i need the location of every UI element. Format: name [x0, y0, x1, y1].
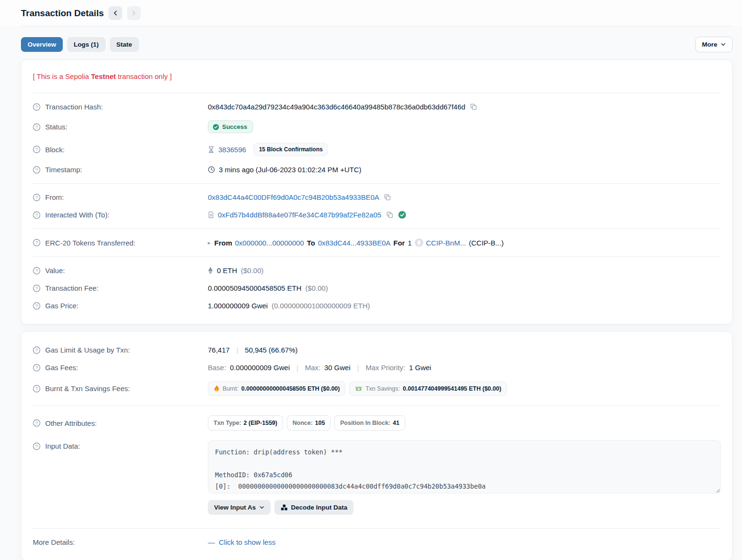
decode-input-data-button[interactable]: Decode Input Data — [274, 500, 354, 515]
block-number-link[interactable]: 3836596 — [218, 146, 246, 154]
txn-type-value: 2 (EIP-1559) — [244, 420, 277, 426]
testnet-warning-highlight: Testnet — [91, 72, 116, 80]
eth-diamond-icon — [208, 267, 213, 274]
from-row: ? From: 0x83dC44a4C00DFf69d0A0c7c94B20b5… — [33, 188, 721, 206]
from-label: From: — [45, 193, 64, 201]
svg-text:?: ? — [35, 212, 38, 217]
transaction-hash-label-group: ? Transaction Hash: — [33, 103, 208, 111]
help-icon[interactable]: ? — [33, 239, 40, 246]
svg-text:?: ? — [35, 167, 38, 172]
copy-to-address-button[interactable] — [385, 211, 394, 218]
tab-state[interactable]: State — [110, 37, 139, 52]
txn-savings-value: 0.001477404999541495 ETH ($0.00) — [403, 385, 501, 392]
hourglass-icon — [208, 146, 215, 153]
svg-text:?: ? — [35, 386, 38, 391]
help-icon[interactable]: ? — [33, 267, 40, 275]
to-address-link[interactable]: 0xFd57b4ddBf88a4e07fF4e34C487b99af2Fe82a… — [218, 211, 381, 219]
chevron-down-icon — [721, 42, 726, 47]
status-badge-text: Success — [222, 123, 247, 130]
help-icon[interactable]: ? — [33, 103, 40, 111]
help-icon[interactable]: ? — [33, 166, 40, 174]
other-attributes-label-group: ? Other Attributes: — [33, 419, 208, 427]
gas-limit-label: Gas Limit & Usage by Txn: — [45, 346, 130, 354]
svg-text:?: ? — [35, 124, 38, 129]
help-icon[interactable]: ? — [33, 211, 40, 219]
chevron-right-icon — [131, 10, 137, 16]
help-icon[interactable]: ? — [33, 123, 40, 131]
separator: | — [293, 364, 301, 372]
transfer-from-word: From — [215, 239, 233, 247]
gas-limit-label-group: ? Gas Limit & Usage by Txn: — [33, 346, 208, 354]
divider — [33, 528, 721, 529]
page-body: Overview Logs (1) State More [ This is a… — [0, 37, 742, 560]
position-in-block-badge: Position In Block: 41 — [334, 415, 405, 431]
svg-text:?: ? — [35, 285, 38, 291]
transfer-to-address-link[interactable]: 0x83dC44...4933BE0A — [318, 239, 391, 247]
help-icon[interactable]: ? — [33, 302, 40, 310]
view-input-as-button[interactable]: View Input As — [208, 500, 271, 515]
help-icon[interactable]: ? — [33, 346, 40, 354]
help-icon[interactable]: ? — [33, 146, 40, 153]
block-label-group: ? Block: — [33, 146, 208, 154]
max-priority-fee-value: 1 Gwei — [409, 364, 431, 372]
input-data-textarea[interactable]: Function: drip(address token) *** Method… — [208, 440, 721, 493]
help-icon[interactable]: ? — [33, 442, 40, 450]
transaction-hash-label: Transaction Hash: — [45, 103, 103, 111]
transaction-overview-card: [ This is a Sepolia Testnet transaction … — [21, 59, 732, 324]
value-label-group: ? Value: — [33, 266, 208, 275]
gas-price-eth: (0.000000001000000009 ETH) — [272, 302, 370, 310]
divider — [33, 405, 721, 406]
divider — [33, 183, 721, 184]
burnt-fee-value: 0.000000000000458505 ETH ($0.00) — [241, 385, 340, 392]
help-icon[interactable]: ? — [33, 364, 40, 372]
svg-text:?: ? — [35, 240, 38, 245]
clock-icon — [208, 166, 215, 173]
svg-text:?: ? — [35, 147, 38, 152]
more-details-label: More Details: — [33, 538, 75, 546]
testnet-warning: [ This is a Sepolia Testnet transaction … — [33, 69, 721, 88]
max-priority-fee-label: Max Priority: — [366, 364, 405, 372]
transaction-fee-label-group: ? Transaction Fee: — [33, 284, 208, 292]
gas-usage-value: 50,945 (66.67%) — [245, 346, 298, 354]
svg-text:?: ? — [35, 195, 38, 200]
svg-text:?: ? — [35, 104, 38, 109]
page-header: Transaction Details — [21, 0, 732, 26]
copy-from-address-button[interactable] — [383, 194, 392, 201]
help-icon[interactable]: ? — [33, 419, 40, 427]
interacted-with-label-group: ? Interacted With (To): — [33, 211, 208, 219]
transaction-fee-label: Transaction Fee: — [45, 284, 98, 292]
tab-logs[interactable]: Logs (1) — [67, 37, 106, 52]
chevron-down-icon — [259, 505, 264, 510]
more-dropdown-button[interactable]: More — [695, 37, 732, 52]
decode-input-data-label: Decode Input Data — [291, 504, 348, 511]
interacted-with-row: ? Interacted With (To): 0xFd57b4ddBf88a4… — [33, 206, 721, 224]
transfer-from-address-link[interactable]: 0x000000...00000000 — [235, 239, 304, 247]
erc20-transfers-row: ? ERC-20 Tokens Transferred: ▸ From 0x00… — [33, 234, 721, 252]
token-symbol: (CCIP-B...) — [469, 239, 504, 247]
tab-overview[interactable]: Overview — [21, 37, 63, 52]
copy-hash-button[interactable] — [469, 103, 478, 110]
erc20-label-group: ? ERC-20 Tokens Transferred: — [33, 239, 208, 247]
block-confirmations-badge: 15 Block Confirmations — [254, 143, 328, 156]
transfer-amount: 1 — [408, 239, 411, 247]
token-name-link[interactable]: CCIP-BnM... — [426, 239, 466, 247]
help-icon[interactable]: ? — [33, 194, 40, 201]
tab-group: Overview Logs (1) State — [21, 37, 139, 52]
transfer-to-word: To — [307, 239, 315, 247]
more-dropdown-label: More — [702, 41, 717, 48]
txn-savings-label: Txn Savings: — [365, 385, 400, 392]
help-icon[interactable]: ? — [33, 385, 40, 393]
show-less-toggle[interactable]: Click to show less — [219, 538, 275, 546]
status-label: Status: — [45, 123, 68, 131]
svg-text:?: ? — [35, 303, 38, 308]
prev-transaction-button[interactable] — [108, 6, 122, 20]
gas-price-row: ? Gas Price: 1.000000009 Gwei (0.0000000… — [33, 297, 721, 314]
copy-icon — [470, 103, 477, 110]
view-input-as-label: View Input As — [214, 504, 256, 511]
gas-fees-row: ? Gas Fees: Base: 0.000000009 Gwei | Max… — [33, 359, 721, 376]
from-address-link[interactable]: 0x83dC44a4C00DFf69d0A0c7c94B20b53a4933BE… — [208, 193, 379, 201]
svg-text:?: ? — [35, 365, 38, 370]
base-fee-label: Base: — [208, 364, 226, 372]
help-icon[interactable]: ? — [33, 285, 40, 292]
next-transaction-button[interactable] — [127, 6, 141, 20]
